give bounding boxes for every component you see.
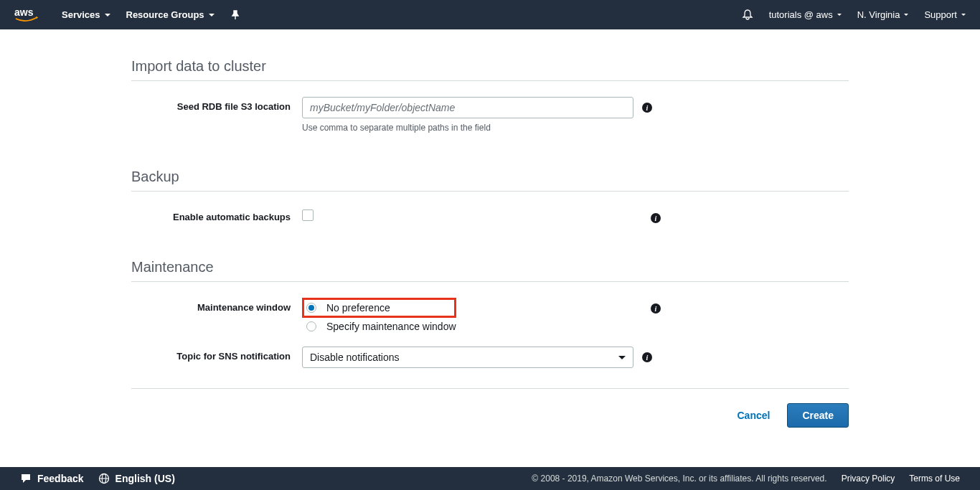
- section-backup-title: Backup: [131, 169, 849, 192]
- radio-no-preference[interactable]: No preference: [306, 302, 390, 314]
- support-label: Support: [924, 9, 957, 20]
- account-label: tutorials @ aws: [769, 9, 833, 20]
- radio-specify-window[interactable]: Specify maintenance window: [302, 321, 456, 332]
- svg-text:i: i: [646, 104, 649, 112]
- maintenance-window-label: Maintenance window: [131, 298, 302, 313]
- info-icon[interactable]: i: [642, 103, 652, 113]
- services-menu[interactable]: Services: [62, 9, 110, 20]
- globe-icon: [98, 473, 110, 484]
- info-icon[interactable]: i: [651, 303, 661, 314]
- sns-topic-label: Topic for SNS notification: [131, 347, 302, 362]
- caret-down-icon: [209, 14, 215, 17]
- feedback-label: Feedback: [37, 473, 84, 484]
- svg-text:i: i: [655, 215, 657, 222]
- radio-input-no-preference[interactable]: [306, 303, 316, 313]
- account-menu[interactable]: tutorials @ aws: [769, 9, 842, 20]
- sns-topic-row: Topic for SNS notification Disable notif…: [131, 347, 849, 368]
- caret-down-icon: [837, 14, 842, 16]
- form-actions: Cancel Create: [131, 389, 849, 442]
- caret-down-icon: [618, 356, 626, 359]
- caret-down-icon: [904, 14, 908, 16]
- svg-text:i: i: [655, 305, 657, 313]
- info-icon[interactable]: i: [651, 213, 661, 223]
- seed-rdb-input[interactable]: [302, 97, 633, 118]
- seed-rdb-hint: Use comma to separate multiple paths in …: [302, 123, 849, 133]
- notifications-bell-icon[interactable]: [742, 9, 753, 21]
- section-import-title: Import data to cluster: [131, 58, 849, 81]
- seed-rdb-row: Seed RDB file S3 location i: [131, 97, 849, 118]
- cancel-button[interactable]: Cancel: [734, 403, 773, 428]
- top-navigation-bar: aws Services Resource Groups tutorials @…: [0, 0, 980, 29]
- caret-down-icon: [105, 14, 110, 17]
- svg-text:i: i: [646, 354, 649, 362]
- resource-groups-menu[interactable]: Resource Groups: [126, 9, 215, 20]
- enable-backups-row: Enable automatic backups i: [131, 207, 849, 223]
- feedback-link[interactable]: Feedback: [20, 473, 84, 484]
- aws-logo[interactable]: aws: [14, 7, 40, 23]
- region-label: N. Virginia: [857, 9, 900, 20]
- footer-bar: Feedback English (US) © 2008 - 2019, Ama…: [0, 467, 980, 490]
- caret-down-icon: [961, 14, 966, 16]
- terms-of-use-link[interactable]: Terms of Use: [909, 473, 960, 484]
- maintenance-window-radio-group: No preference Specify maintenance window: [302, 298, 456, 332]
- sns-topic-select[interactable]: Disable notifications: [302, 347, 633, 368]
- radio-input-specify-window[interactable]: [306, 321, 316, 331]
- support-menu[interactable]: Support: [924, 9, 966, 20]
- main-form: Import data to cluster Seed RDB file S3 …: [131, 29, 849, 442]
- language-label: English (US): [116, 473, 175, 484]
- maintenance-window-row: Maintenance window No preference Specify…: [131, 298, 849, 332]
- radio-label-no-preference: No preference: [326, 302, 390, 314]
- pin-icon: [230, 10, 240, 20]
- copyright-text: © 2008 - 2019, Amazon Web Services, Inc.…: [532, 473, 826, 484]
- chat-icon: [20, 473, 32, 484]
- highlight-annotation: No preference: [302, 298, 456, 318]
- pin-shortcut-button[interactable]: [230, 10, 240, 20]
- info-icon[interactable]: i: [642, 352, 652, 362]
- sns-topic-value: Disable notifications: [310, 352, 400, 363]
- privacy-policy-link[interactable]: Privacy Policy: [842, 473, 895, 484]
- services-label: Services: [62, 9, 100, 20]
- create-button[interactable]: Create: [787, 403, 849, 428]
- radio-label-specify-window: Specify maintenance window: [326, 321, 456, 332]
- resource-groups-label: Resource Groups: [126, 9, 204, 20]
- region-menu[interactable]: N. Virginia: [857, 9, 909, 20]
- enable-backups-checkbox[interactable]: [302, 209, 314, 221]
- enable-backups-label: Enable automatic backups: [131, 207, 302, 222]
- section-maintenance-title: Maintenance: [131, 259, 849, 282]
- seed-rdb-label: Seed RDB file S3 location: [131, 97, 302, 112]
- svg-text:aws: aws: [14, 7, 34, 18]
- language-selector[interactable]: English (US): [98, 473, 175, 484]
